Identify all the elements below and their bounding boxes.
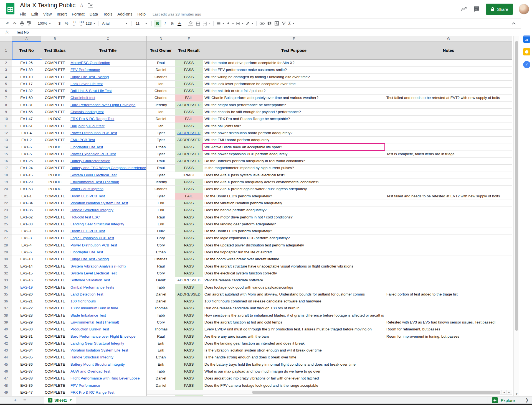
cell-test-title-link[interactable]: Vibration Isolation System Life Test [69,347,147,354]
row-header-5[interactable]: 5 [0,81,12,88]
header-cell[interactable]: Test Purpose [203,42,385,60]
cell-test-no[interactable]: EV2-28 [12,312,41,319]
cell-test-purpose[interactable]: How senstive is the aircraft to imbalanc… [203,312,385,319]
vertical-align-button[interactable] [225,20,235,27]
italic-button[interactable]: I [161,20,169,27]
scroll-right-button[interactable]: ► [506,390,511,394]
cell-test-no[interactable]: EV1-35 [12,207,41,214]
cell-test-status[interactable]: COMPLETE [41,375,69,382]
cell-test-status[interactable]: COMPLETE [41,305,69,312]
cell-test-title-link[interactable]: Environmental Test (Thermal) [69,179,147,186]
format-percent-button[interactable]: % [63,20,70,27]
row-header-22[interactable]: 22 [0,200,12,207]
cell-test-status[interactable]: COMPLETE [41,312,69,319]
cell-test-purpose[interactable]: Can aircraft autoland with Mpro and skyv… [203,291,385,298]
cell-test-status[interactable]: COMPLETE [41,242,69,249]
row-header-3[interactable]: 3 [0,67,12,73]
row-header-19[interactable]: 19 [0,179,12,186]
row-header-45[interactable]: 45 [0,361,12,368]
cell-test-purpose[interactable]: Will the ball joints fail? [203,123,385,130]
spreadsheet-grid[interactable]: ABCDEFG1Test NoTest StatusTest TitleTest… [0,36,512,396]
cell-test-no[interactable]: EV2-19 [12,284,41,291]
cell-test-status[interactable]: COMPLETE [41,88,69,95]
cell-test-no[interactable]: EV2-47 [12,389,41,396]
cell-test-no[interactable]: EV2-37 [12,368,41,375]
cell-test-purpose[interactable]: Does the vibration isolation perform ade… [203,200,385,207]
cell-test-status[interactable]: IN DOC [41,144,69,151]
cell-test-purpose[interactable]: Does the handle perform adequately? [203,207,385,214]
cell-test-status[interactable]: COMPLETE [41,235,69,242]
cell-test-owner[interactable]: Cory [147,235,175,242]
cell-test-no[interactable]: EV2-34 [12,347,41,354]
row-header-37[interactable]: 37 [0,305,12,312]
cell-test-result[interactable]: PASS [175,354,203,361]
header-cell[interactable]: Test Status [41,42,69,60]
cell-test-owner[interactable]: Cory [147,242,175,249]
cell-test-status[interactable]: COMPLETE [41,158,69,165]
cell-test-title-link[interactable]: Landing Gear Structural Integrity [69,340,147,347]
row-header-31[interactable]: 31 [0,263,12,270]
cell-test-purpose[interactable]: Will the lock lever performance be accep… [203,81,385,88]
header-cell[interactable]: Test Owner [147,42,175,60]
cell-notes[interactable]: Test is complete, failed items are in tr… [385,151,512,158]
text-rotation-button[interactable] [245,20,254,27]
row-header-35[interactable]: 35 [0,291,12,298]
cell-test-result[interactable]: PASS [175,312,203,319]
cell-test-purpose[interactable]: Does the Alta X perform adequately acros… [203,179,385,186]
menu-tools[interactable]: Tools [100,11,115,18]
cell-notes[interactable] [385,81,512,88]
cell-test-status[interactable]: COMPLETE [41,256,69,263]
tasks-icon[interactable]: ✓ [523,61,530,68]
cell-test-purpose[interactable]: 100 flight hours combined on release can… [203,298,385,305]
cell-notes[interactable] [385,375,512,382]
cell-notes[interactable] [385,172,512,179]
cell-notes[interactable] [385,263,512,270]
cell-test-no[interactable]: EV1-32 [12,88,41,95]
cell-test-status[interactable]: IN DOC [41,116,69,123]
cell-test-status[interactable]: COMPLETE [41,298,69,305]
cell-test-purpose[interactable]: Every EV/DV unit must go through the 2 h… [203,326,385,333]
cell-test-status[interactable]: COMPLETE [41,74,69,81]
cell-notes[interactable]: Room for improvement in tuning, but pass… [385,333,512,340]
cell-test-purpose[interactable]: Will the wiring be damaged by folding / … [203,74,385,81]
cell-test-title-link[interactable]: FRX Pro & RC Range Test [69,389,147,396]
cell-test-owner[interactable]: Ethan [147,249,175,256]
row-header-20[interactable]: 20 [0,186,12,193]
font-select[interactable]: Arial [100,20,129,27]
scroll-down-button[interactable]: ▼ [514,393,520,396]
cell-test-owner[interactable]: Erik [147,340,175,347]
cell-test-no[interactable]: EV2-16 [12,277,41,284]
cell-notes[interactable] [385,277,512,284]
row-header-38[interactable]: 38 [0,312,12,319]
row-header-44[interactable]: 44 [0,354,12,361]
cell-test-purpose[interactable]: Will the power expansion PCB perform ade… [203,151,385,158]
cell-test-no[interactable]: EV2-6 [12,249,41,256]
cell-test-no[interactable]: EV1-10 [12,74,41,81]
cell-test-status[interactable]: COMPLETE [41,382,69,389]
cell-test-title-link[interactable]: Baro Performance over Flight Envelope [69,333,147,340]
cell-test-title-link[interactable]: Gimbal Performance Tests [69,284,147,291]
cell-test-owner[interactable]: Hulk [147,228,175,235]
cell-test-status[interactable]: COMPLETE [41,221,69,228]
cell-test-no[interactable]: EV1-61 [12,123,41,130]
cell-test-no[interactable]: EV2-31 [12,333,41,340]
cell-test-result[interactable]: PASS [175,74,203,81]
cell-test-status[interactable]: COMPLETE [41,193,69,200]
show-side-panel-button[interactable]: ❯ [525,398,529,403]
cell-test-owner[interactable]: Ian [147,123,175,130]
cell-notes[interactable]: Room for refinement, but passes [385,326,512,333]
cell-notes[interactable] [385,200,512,207]
cell-test-owner[interactable]: Daniel [147,382,175,389]
cell-test-owner[interactable]: Tabb [147,312,175,319]
cell-test-owner[interactable]: Erik [147,207,175,214]
cell-test-result[interactable]: PASS [175,375,203,382]
cell-test-owner[interactable]: Daniel [147,116,175,123]
row-header-16[interactable]: 16 [0,158,12,165]
cell-test-no[interactable]: EV1-6 [12,144,41,151]
cell-test-result[interactable]: PASS [175,340,203,347]
cell-test-purpose[interactable]: Does the aircraft structure have unaccep… [203,263,385,270]
cell-test-result[interactable]: PASS [175,235,203,242]
cell-notes[interactable] [385,130,512,137]
cell-test-owner[interactable]: Charles [147,88,175,95]
last-edit-link[interactable]: Last edit was 28 minutes ago [153,12,201,16]
